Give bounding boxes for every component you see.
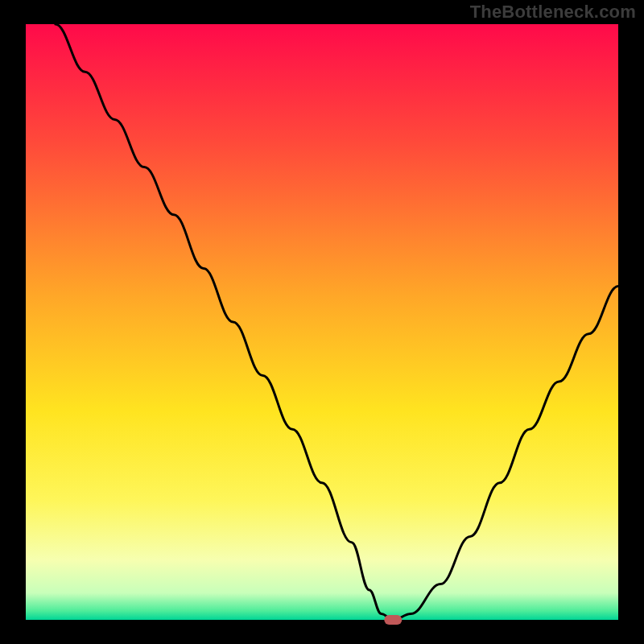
watermark-label: TheBottleneck.com — [470, 2, 636, 23]
chart-frame: TheBottleneck.com — [0, 0, 644, 644]
optimum-marker — [384, 615, 402, 625]
plot-background — [26, 24, 618, 620]
bottleneck-chart — [0, 0, 644, 644]
